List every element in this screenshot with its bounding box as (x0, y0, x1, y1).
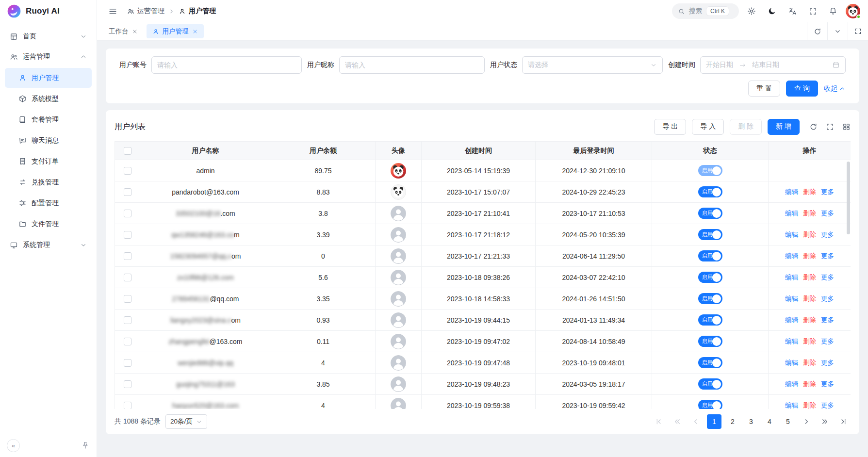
pin-icon[interactable] (81, 441, 90, 450)
tab-user-management[interactable]: 用户管理 (147, 24, 204, 38)
delete-link[interactable]: 删除 (803, 231, 816, 238)
table-scrollbar[interactable] (847, 162, 850, 234)
user-avatar[interactable] (846, 4, 860, 18)
page-button-1[interactable]: 1 (707, 414, 721, 429)
status-toggle[interactable]: 启用 (698, 272, 722, 283)
collapse-filter-link[interactable]: 收起 (824, 84, 846, 93)
more-link[interactable]: 更多 (821, 359, 834, 366)
table-fullscreen-icon[interactable] (826, 123, 834, 131)
delete-link[interactable]: 删除 (803, 188, 816, 196)
status-toggle[interactable]: 启用 (698, 186, 722, 197)
more-link[interactable]: 更多 (821, 188, 834, 196)
row-checkbox[interactable] (124, 359, 131, 367)
more-link[interactable]: 更多 (821, 210, 834, 217)
tab-workbench[interactable]: 工作台 (103, 24, 144, 38)
row-checkbox[interactable] (124, 252, 131, 260)
delete-link[interactable]: 删除 (803, 274, 816, 281)
sidebar-item-exchange-management[interactable]: 兑换管理 (5, 172, 92, 192)
breadcrumb-operations[interactable]: 运营管理 (127, 7, 164, 16)
date-range-picker[interactable]: 开始日期 结束日期 (700, 56, 846, 74)
refresh-icon[interactable] (809, 123, 818, 131)
notification-bell-icon[interactable] (825, 3, 841, 19)
app-logo[interactable]: Ruoyi AI (0, 0, 97, 22)
add-button[interactable]: 新 增 (768, 119, 800, 135)
delete-link[interactable]: 删除 (803, 338, 816, 345)
delete-link[interactable]: 删除 (803, 316, 816, 324)
delete-link[interactable]: 删除 (803, 380, 816, 388)
edit-link[interactable]: 编辑 (785, 402, 798, 409)
next-page-button[interactable] (799, 414, 814, 429)
nickname-input[interactable] (339, 56, 485, 74)
status-toggle[interactable]: 启用 (698, 336, 722, 347)
status-toggle[interactable]: 启用 (698, 229, 722, 240)
reset-button[interactable]: 重 置 (748, 81, 780, 97)
page-size-select[interactable]: 20条/页 (165, 414, 207, 429)
column-settings-icon[interactable] (842, 123, 851, 131)
select-all-checkbox[interactable] (124, 147, 131, 155)
import-button[interactable]: 导 入 (692, 119, 724, 135)
hamburger-menu-icon[interactable] (105, 3, 120, 19)
delete-link[interactable]: 删除 (803, 359, 816, 366)
close-icon[interactable] (132, 29, 138, 34)
sidebar-item-payment-orders[interactable]: 支付订单 (5, 151, 92, 171)
row-checkbox[interactable] (124, 295, 131, 303)
delete-link[interactable]: 删除 (803, 210, 816, 217)
page-button-5[interactable]: 5 (781, 414, 795, 429)
content-fullscreen-icon[interactable] (848, 22, 868, 40)
dark-mode-moon-icon[interactable] (764, 3, 780, 19)
sidebar-group-operations[interactable]: 运营管理 (5, 47, 92, 67)
status-toggle[interactable]: 启用 (698, 314, 722, 326)
sidebar-group-system[interactable]: 系统管理 (5, 235, 92, 255)
global-search[interactable]: 搜索 Ctrl K (672, 3, 739, 19)
edit-link[interactable]: 编辑 (785, 188, 798, 196)
more-link[interactable]: 更多 (821, 402, 834, 409)
more-link[interactable]: 更多 (821, 295, 834, 302)
account-input[interactable] (151, 56, 302, 74)
more-link[interactable]: 更多 (821, 380, 834, 388)
delete-button[interactable]: 删 除 (730, 119, 762, 135)
settings-gear-icon[interactable] (744, 3, 759, 19)
row-checkbox[interactable] (124, 167, 131, 175)
status-toggle[interactable]: 启用 (698, 165, 722, 176)
export-button[interactable]: 导 出 (654, 119, 686, 135)
edit-link[interactable]: 编辑 (785, 210, 798, 217)
sidebar-item-package-management[interactable]: 套餐管理 (5, 110, 92, 130)
refresh-icon[interactable] (807, 22, 827, 40)
status-toggle[interactable]: 启用 (698, 208, 722, 219)
row-checkbox[interactable] (124, 338, 131, 345)
more-link[interactable]: 更多 (821, 231, 834, 238)
row-checkbox[interactable] (124, 231, 131, 239)
more-link[interactable]: 更多 (821, 338, 834, 345)
page-button-2[interactable]: 2 (725, 414, 740, 429)
delete-link[interactable]: 删除 (803, 295, 816, 302)
close-icon[interactable] (192, 29, 198, 34)
search-button[interactable]: 查 询 (786, 81, 818, 97)
row-checkbox[interactable] (124, 274, 131, 281)
status-toggle[interactable]: 启用 (698, 357, 722, 368)
edit-link[interactable]: 编辑 (785, 380, 798, 388)
edit-link[interactable]: 编辑 (785, 316, 798, 324)
row-checkbox[interactable] (124, 188, 131, 196)
more-link[interactable]: 更多 (821, 316, 834, 324)
sidebar-collapse-button[interactable]: « (7, 439, 20, 452)
row-checkbox[interactable] (124, 380, 131, 388)
sidebar-group-home[interactable]: 首页 (5, 26, 92, 47)
fullscreen-icon[interactable] (805, 3, 820, 19)
edit-link[interactable]: 编辑 (785, 231, 798, 238)
edit-link[interactable]: 编辑 (785, 338, 798, 345)
status-select[interactable]: 请选择 (522, 56, 663, 74)
prev-5-pages-button[interactable] (670, 414, 685, 429)
chevron-down-icon[interactable] (827, 22, 848, 40)
row-checkbox[interactable] (124, 402, 131, 409)
edit-link[interactable]: 编辑 (785, 274, 798, 281)
sidebar-item-config-management[interactable]: 配置管理 (5, 193, 92, 213)
first-page-button[interactable] (652, 414, 666, 429)
edit-link[interactable]: 编辑 (785, 295, 798, 302)
status-toggle[interactable]: 启用 (698, 293, 722, 304)
edit-link[interactable]: 编辑 (785, 359, 798, 366)
prev-page-button[interactable] (688, 414, 703, 429)
delete-link[interactable]: 删除 (803, 252, 816, 260)
sidebar-item-file-management[interactable]: 文件管理 (5, 214, 92, 234)
more-link[interactable]: 更多 (821, 252, 834, 260)
page-button-4[interactable]: 4 (762, 414, 777, 429)
